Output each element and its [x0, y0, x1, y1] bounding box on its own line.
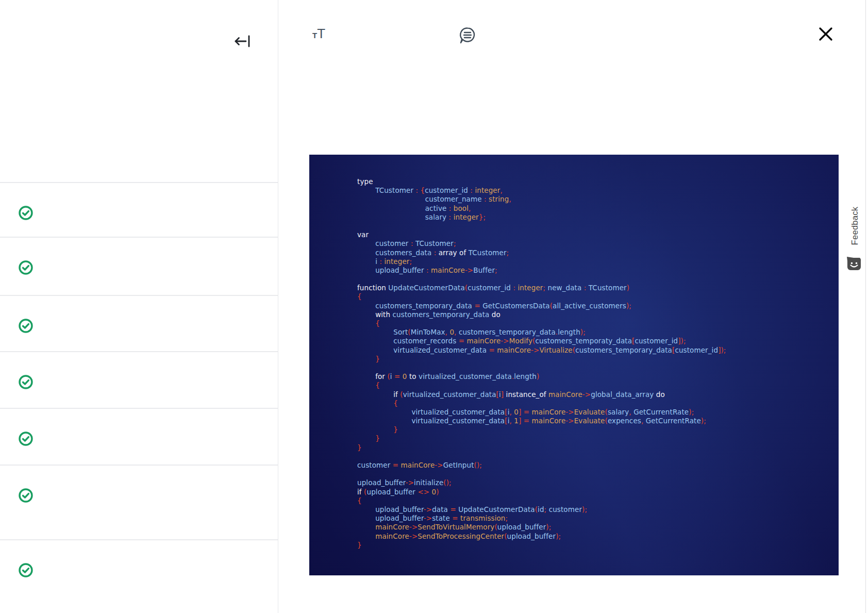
- back-button[interactable]: [232, 32, 252, 50]
- speech-bubble-lines-icon: [458, 25, 477, 45]
- checklist-item[interactable]: [0, 351, 278, 408]
- checklist-item[interactable]: [0, 539, 278, 613]
- check-circle-icon: [19, 260, 33, 275]
- arrow-left-to-bar-icon: [232, 32, 252, 50]
- check-circle-icon: [19, 206, 33, 220]
- feedback-tab[interactable]: Feedback: [840, 198, 864, 276]
- close-button[interactable]: [817, 26, 834, 42]
- code-block: type TCustomer : {customer_id : integer,…: [357, 177, 726, 550]
- checklist-item[interactable]: [0, 295, 278, 351]
- check-circle-icon: [19, 375, 33, 389]
- smiley-chat-icon: [846, 256, 861, 271]
- feedback-label: Feedback: [850, 207, 860, 245]
- text-size-icon: T: [312, 31, 317, 40]
- transcript-button[interactable]: [458, 25, 477, 45]
- check-circle-icon: [19, 319, 33, 333]
- check-circle-icon: [19, 488, 33, 503]
- text-size-button[interactable]: TT: [312, 24, 337, 43]
- close-icon: [817, 26, 834, 42]
- code-slide-panel: type TCustomer : {customer_id : integer,…: [309, 155, 839, 575]
- check-circle-icon: [19, 432, 33, 446]
- check-circle-icon: [19, 563, 33, 577]
- checklist-item[interactable]: [0, 237, 278, 295]
- right-edge-divider: [865, 0, 866, 613]
- checklist-item[interactable]: [0, 182, 278, 237]
- lesson-overlay: TT type TCustomer : {customer_id : integ…: [0, 0, 868, 613]
- checklist-item[interactable]: [0, 465, 278, 539]
- checklist-sidebar: [0, 0, 278, 613]
- checklist-item[interactable]: [0, 408, 278, 465]
- sidebar-divider: [278, 0, 278, 613]
